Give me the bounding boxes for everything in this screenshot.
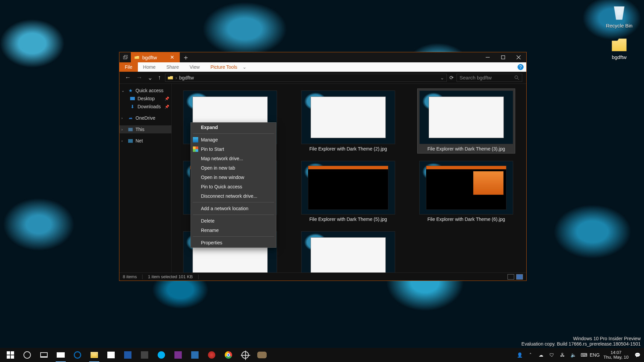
tray-people[interactable]: 👤	[515, 351, 524, 359]
ctx-expand[interactable]: Expand	[191, 123, 276, 132]
ribbon-home[interactable]: Home	[138, 62, 161, 72]
ctx-rename[interactable]: Rename	[191, 226, 276, 235]
file-item[interactable]: File Explorer with Dark Theme (5).jpg	[299, 159, 397, 224]
breadcrumb-bar[interactable]: › bgdftw ⌄	[165, 74, 447, 82]
file-item[interactable]: File Explorer with Dark Theme (6).jpg	[417, 159, 515, 224]
nav-label: Desktop	[138, 96, 155, 101]
ribbon-share[interactable]: Share	[161, 62, 184, 72]
nav-onedrive[interactable]: › OneDrive	[119, 114, 171, 122]
nav-downloads[interactable]: ⬇ Downloads 📌	[119, 103, 171, 111]
view-thumbnails-button[interactable]	[516, 274, 523, 280]
gimp-icon	[257, 352, 267, 358]
taskbar-opera[interactable]	[203, 348, 220, 362]
taskbar-sublime[interactable]	[136, 348, 153, 362]
tab-close-button[interactable]: ✕	[168, 54, 176, 60]
tray-keyboard[interactable]: ⌨	[579, 351, 589, 359]
file-item-selected[interactable]: File Explorer with Dark Theme (3).jpg	[417, 88, 515, 154]
ctx-properties[interactable]: Properties	[191, 238, 276, 247]
folder-icon	[610, 36, 628, 53]
word-icon	[124, 351, 131, 359]
ribbon-view[interactable]: View	[184, 62, 205, 72]
nav-quick-access[interactable]: ⌄ ★ Quick access	[119, 86, 171, 95]
ctx-pin-start[interactable]: Pin to Start	[191, 144, 276, 154]
refresh-button[interactable]: ⟳	[449, 75, 454, 81]
taskbar-onenote[interactable]	[170, 348, 186, 362]
ctx-manage[interactable]: Manage	[191, 135, 276, 144]
start-button[interactable]	[2, 348, 19, 362]
chevron-right-icon: ›	[121, 139, 125, 143]
ctx-open-new-tab[interactable]: Open in new tab	[191, 163, 276, 173]
search-box[interactable]: Search bgdftw	[457, 74, 522, 82]
tray-overflow[interactable]: ˄	[526, 351, 535, 359]
address-history-dropdown[interactable]: ⌄	[440, 75, 444, 81]
nav-back-button[interactable]: ←	[123, 73, 132, 82]
minimize-button[interactable]	[480, 52, 495, 62]
taskbar-file-explorer[interactable]	[86, 348, 103, 362]
tray-network[interactable]: 🖧	[558, 351, 567, 359]
chrome-icon	[225, 351, 232, 359]
ribbon-collapse-icon[interactable]: ⌄	[243, 64, 247, 70]
breadcrumb-current[interactable]: bgdftw	[179, 75, 194, 80]
chevron-down-icon: ⌄	[121, 88, 125, 93]
title-bar[interactable]: bgdftw ✕ ＋	[119, 52, 526, 62]
new-tab-button[interactable]: ＋	[180, 52, 192, 62]
tray-volume[interactable]: 🔈	[569, 351, 578, 359]
tab-title: bgdftw	[142, 55, 157, 60]
downloads-icon: ⬇	[129, 104, 136, 109]
desktop-folder-shortcut[interactable]: bgdftw	[603, 36, 635, 60]
ctx-map-drive[interactable]: Map network drive...	[191, 154, 276, 163]
ribbon: File Home Share View Picture Tools ⌄ ?	[119, 62, 526, 72]
status-selection: 1 item selected 101 KB	[148, 274, 193, 279]
desktop-icon	[130, 97, 135, 100]
ctx-open-new-window[interactable]: Open in new window	[191, 173, 276, 182]
svg-rect-0	[123, 56, 127, 59]
tray-onedrive[interactable]: ☁	[536, 351, 546, 359]
taskbar-word[interactable]	[119, 348, 136, 362]
taskbar-edge[interactable]	[69, 348, 86, 362]
content-area[interactable]: File Explorer with Dark Theme (1).jpg Fi…	[172, 84, 526, 273]
taskbar-settings[interactable]	[237, 348, 254, 362]
taskbar-store[interactable]	[103, 348, 119, 362]
ribbon-picture-tools[interactable]: Picture Tools	[205, 62, 243, 72]
nav-this-pc[interactable]: › This	[119, 125, 171, 133]
view-details-button[interactable]	[507, 274, 514, 280]
help-button[interactable]: ?	[518, 64, 524, 70]
gear-icon	[241, 351, 249, 359]
tray-language[interactable]: ENG	[590, 351, 599, 359]
nav-recent-dropdown[interactable]: ⌄	[146, 73, 154, 82]
status-bar: 8 items 1 item selected 101 KB	[119, 273, 526, 281]
tray-clock[interactable]: 14:07 Thu, May, 10	[601, 350, 631, 360]
action-center-button[interactable]: 💬	[633, 351, 642, 359]
ctx-disconnect-drive[interactable]: Disconnect network drive...	[191, 191, 276, 201]
folder-icon	[134, 55, 140, 59]
cortana-button[interactable]	[19, 348, 36, 362]
ctx-add-network-location[interactable]: Add a network location	[191, 204, 276, 213]
taskbar-chrome[interactable]	[220, 348, 237, 362]
active-tab[interactable]: bgdftw ✕	[131, 52, 180, 62]
nav-label: Net	[136, 138, 143, 143]
watermark-line1: Windows 10 Pro Insider Preview	[522, 336, 641, 341]
file-item[interactable]: File Explorer with Dark Theme (8).jpg	[299, 229, 397, 273]
nav-network[interactable]: › Net	[119, 137, 171, 145]
nav-forward-button[interactable]: →	[135, 73, 144, 82]
taskbar-gimp[interactable]	[254, 348, 270, 362]
file-item[interactable]: File Explorer with Dark Theme (2).jpg	[299, 88, 397, 154]
close-button[interactable]	[511, 52, 526, 62]
nav-up-button[interactable]: ↑	[157, 73, 162, 82]
ctx-delete[interactable]: Delete	[191, 216, 276, 226]
task-view-button[interactable]	[36, 348, 52, 362]
file-name: File Explorer with Dark Theme (3).jpg	[427, 146, 505, 152]
taskbar-skype[interactable]	[153, 348, 170, 362]
file-name: File Explorer with Dark Theme (6).jpg	[427, 217, 505, 222]
taskbar-mail[interactable]	[52, 348, 69, 362]
taskbar-virtualbox[interactable]	[186, 348, 203, 362]
ribbon-file[interactable]: File	[119, 62, 138, 72]
recycle-bin-shortcut[interactable]: Recycle Bin	[603, 4, 635, 28]
context-menu: Expand Manage Pin to Start Map network d…	[191, 122, 276, 248]
ctx-pin-quick-access[interactable]: Pin to Quick access	[191, 182, 276, 191]
tray-defender[interactable]: 🛡	[547, 351, 556, 359]
nav-desktop[interactable]: Desktop 📌	[119, 95, 171, 103]
svg-rect-1	[124, 55, 128, 58]
tab-sets-button[interactable]	[119, 52, 131, 62]
maximize-button[interactable]	[495, 52, 511, 62]
